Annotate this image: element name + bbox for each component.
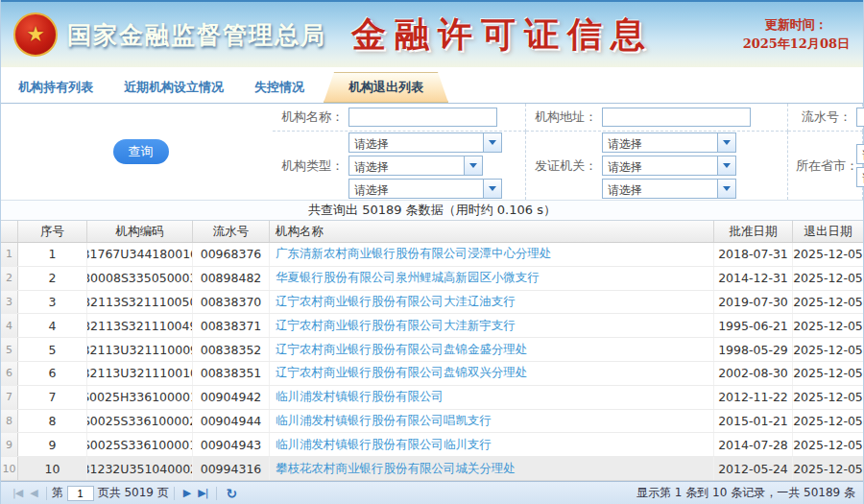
cell-serial: 00838352 [193, 338, 270, 361]
dropdown-arrow-icon[interactable] [464, 156, 482, 175]
row-number-gutter: 3 [1, 291, 18, 314]
cell-serial: 00968376 [193, 243, 270, 266]
issuing-authority-select-1[interactable]: 请选择 [602, 132, 736, 153]
col-header-exit-date: 退出日期 [793, 221, 863, 242]
table-row[interactable]: 6 6 B2113U321110010 00838351 辽宁农村商业银行股份有… [1, 362, 863, 386]
cell-name-link[interactable]: 攀枝花农村商业银行股份有限公司城关分理处 [270, 457, 714, 480]
cell-name-link[interactable]: 辽宁农村商业银行股份有限公司大洼新宇支行 [270, 314, 714, 337]
cell-no: 7 [18, 386, 87, 409]
table-row[interactable]: 2 2 B0008S335050003 00898482 华夏银行股份有限公司泉… [1, 267, 863, 291]
table-row[interactable]: 7 7 S0025H336100001 00904942 临川浦发村镇银行股份有… [1, 386, 863, 410]
cell-name-link[interactable]: 临川浦发村镇银行股份有限公司临川支行 [270, 433, 714, 456]
cell-no: 10 [18, 457, 87, 480]
page: ★ 国家金融监督管理总局 金融许可证信息 更新时间： 2025年12月08日 机… [0, 0, 864, 504]
cell-no: 9 [18, 433, 87, 456]
cell-exit-date: 2025-12-05 [793, 410, 863, 433]
tab-loss-of-control[interactable]: 失控情况 [243, 73, 316, 103]
dropdown-arrow-icon[interactable] [483, 180, 501, 198]
cell-code: B1767U344180016 [87, 243, 193, 266]
update-time-date: 2025年12月08日 [743, 35, 850, 54]
table-row[interactable]: 8 8 S0025S336100002 00904944 临川浦发村镇银行股份有… [1, 410, 863, 434]
select-value: 请选择 [857, 168, 864, 186]
cell-exit-date: 2025-12-05 [793, 243, 863, 266]
cell-serial: 00904943 [193, 433, 270, 456]
tab-recent-establishment[interactable]: 近期机构设立情况 [112, 73, 235, 103]
cell-code: B2113S321110049 [87, 314, 193, 337]
cell-no: 3 [18, 291, 87, 314]
province-select[interactable]: 请选择 [856, 144, 864, 164]
institution-type-select-3[interactable]: 请选择 [348, 179, 502, 199]
city-select[interactable]: 请选择 [856, 167, 864, 187]
institution-type-select-2[interactable]: 请选择 [348, 156, 483, 176]
cell-exit-date: 2025-12-05 [793, 291, 863, 314]
issuing-authority-select-2[interactable]: 请选择 [602, 156, 736, 176]
query-button[interactable]: 查询 [113, 139, 169, 164]
cell-name-link[interactable]: 广东清新农村商业银行股份有限公司浸潭中心分理处 [270, 243, 714, 266]
update-time: 更新时间： 2025年12月08日 [743, 15, 850, 54]
result-count-bar: 共查询出 50189 条数据（用时约 0.106 s） [1, 200, 863, 221]
page-title: 金融许可证信息 [351, 12, 654, 59]
table-row[interactable]: 1 1 B1767U344180016 00968376 广东清新农村商业银行股… [1, 243, 863, 267]
cell-approve-date: 2002-08-30 [714, 362, 793, 385]
cell-serial: 00838351 [193, 362, 270, 385]
cell-name-link[interactable]: 临川浦发村镇银行股份有限公司 [270, 386, 714, 409]
cell-name-link[interactable]: 辽宁农村商业银行股份有限公司盘锦双兴分理处 [270, 362, 714, 385]
select-value: 请选择 [603, 133, 717, 152]
page-prefix: 第 [52, 485, 63, 501]
cell-name-link[interactable]: 辽宁农村商业银行股份有限公司盘锦金盛分理处 [270, 338, 714, 361]
institution-type-select-1[interactable]: 请选择 [348, 132, 502, 153]
cell-approve-date: 1998-05-29 [714, 338, 793, 361]
page-number-input[interactable] [67, 486, 94, 501]
institution-address-input[interactable] [602, 108, 751, 127]
table-row[interactable]: 10 10 B1232U351040002 00994316 攀枝花农村商业银行… [1, 457, 863, 481]
next-page-icon[interactable]: ▶ [180, 487, 194, 499]
update-time-label: 更新时间： [743, 15, 850, 35]
institution-name-label: 机构名称： [280, 108, 344, 126]
dropdown-arrow-icon[interactable] [483, 133, 501, 152]
cell-exit-date: 2025-12-05 [793, 338, 863, 361]
cell-approve-date: 2015-01-21 [714, 410, 793, 433]
table-row[interactable]: 4 4 B2113S321110049 00838371 辽宁农村商业银行股份有… [1, 314, 863, 338]
address-field-cell: 机构地址： [526, 104, 788, 132]
serial-number-input[interactable] [856, 108, 864, 127]
cell-serial: 00904942 [193, 386, 270, 409]
dropdown-arrow-icon[interactable] [717, 156, 735, 175]
dropdown-arrow-icon[interactable] [717, 133, 735, 152]
institution-name-input[interactable] [348, 108, 497, 127]
serial-number-label: 流水号： [796, 108, 852, 126]
serial-field-cell: 流水号： [788, 104, 863, 132]
cell-approve-date: 2014-07-28 [714, 433, 793, 456]
cell-code: B2113U321110009 [87, 338, 193, 361]
dropdown-arrow-icon[interactable] [717, 180, 735, 198]
select-value: 请选择 [603, 180, 717, 198]
query-button-cell: 查询 [1, 104, 273, 200]
refresh-icon[interactable]: ↻ [222, 486, 240, 501]
row-number-gutter: 2 [1, 267, 18, 290]
col-header-no: 序号 [18, 221, 87, 242]
table-row[interactable]: 9 9 S0025S336100001 00904943 临川浦发村镇银行股份有… [1, 433, 863, 457]
prev-page-icon[interactable]: ◀ [26, 487, 40, 499]
first-page-icon[interactable]: |◀ [9, 487, 26, 499]
table-row[interactable]: 3 3 B2113S321110050 00838370 辽宁农村商业银行股份有… [1, 291, 863, 315]
col-header-name: 机构名称 [270, 221, 714, 242]
cell-approve-date: 2012-11-22 [714, 386, 793, 409]
cell-code: B2113S321110050 [87, 291, 193, 314]
tab-institution-holding-list[interactable]: 机构持有列表 [7, 73, 105, 103]
issuing-authority-select-3[interactable]: 请选择 [602, 179, 736, 199]
cell-code: S0025S336100001 [87, 433, 193, 456]
national-emblem-icon: ★ [13, 12, 58, 57]
cell-name-link[interactable]: 临川浦发村镇银行股份有限公司唱凯支行 [270, 410, 714, 433]
tab-institution-exit-list[interactable]: 机构退出列表 [324, 72, 448, 103]
table-row[interactable]: 5 5 B2113U321110009 00838352 辽宁农村商业银行股份有… [1, 338, 863, 362]
cell-approve-date: 1995-06-21 [714, 314, 793, 337]
row-number-gutter: 7 [1, 386, 18, 409]
row-number-gutter-header [1, 221, 18, 242]
cell-name-link[interactable]: 辽宁农村商业银行股份有限公司大洼辽油支行 [270, 291, 714, 314]
cell-no: 2 [18, 267, 87, 290]
pager-separator [174, 487, 175, 500]
cell-no: 4 [18, 314, 87, 337]
select-value: 请选择 [857, 145, 864, 163]
cell-name-link[interactable]: 华夏银行股份有限公司泉州鲤城高新园区小微支行 [270, 267, 714, 290]
province-field-cell: 所在省市： 请选择 请选择 [788, 132, 863, 200]
last-page-icon[interactable]: ▶| [194, 487, 211, 499]
